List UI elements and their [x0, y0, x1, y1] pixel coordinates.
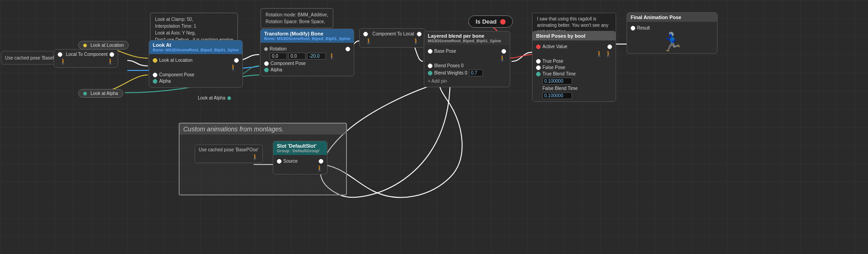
- person-icon-3: 🚶: [107, 58, 114, 65]
- transform-bone-header: Transform (Modify) Bone Bone: MS3DSceneR…: [261, 29, 354, 43]
- local-to-component-node: Local To Component 🚶 🚶: [54, 49, 118, 68]
- comment-label: Custom animations from montages.: [180, 124, 346, 134]
- rotation-z-input[interactable]: [307, 53, 326, 60]
- look-at-bone: Bone: MS3DSceneRoot_Biped_Bip01_Spine: [153, 48, 239, 52]
- rotation-tooltip: Rotation mode: BMM_Additive,Rotation Spa…: [261, 8, 333, 28]
- bp-true-time-label: True Blend Time: [542, 71, 576, 76]
- ltc-output-pin: [110, 52, 114, 57]
- lb-out: [502, 49, 506, 54]
- slot-group: Group: 'DefaultGroup': [277, 149, 323, 153]
- bp-false-time-label: False Blend Time: [542, 86, 577, 91]
- alpha-pin-bubble: [83, 92, 87, 95]
- person-icon-slot: 🚶: [316, 165, 323, 172]
- bp-active-label: Active Value: [542, 44, 567, 49]
- blend-poses-node: Blend Poses by bool Active Value 🚶 🚶 Tru…: [532, 31, 616, 102]
- tb-comp-label: Component Pose: [271, 61, 306, 66]
- blend-poses-title: Blend Poses by bool: [536, 33, 612, 39]
- is-dead-label: Is Dead: [476, 18, 497, 25]
- false-blend-input[interactable]: [542, 92, 572, 99]
- ctl-in: [363, 32, 368, 36]
- person-icon-bp2: 🚶: [605, 50, 612, 57]
- rotation-tooltip-text: Rotation mode: BMM_Additive,Rotation Spa…: [266, 11, 328, 25]
- bp-false-in: [536, 65, 541, 70]
- person-icon-lb: 🚶: [499, 55, 506, 62]
- final-pose-title: Final Animation Pose: [631, 15, 713, 20]
- rotation-y-input[interactable]: [288, 53, 306, 60]
- person-icon-tb: 🚶: [328, 53, 336, 60]
- lat-comp-pin: [153, 73, 157, 77]
- look-at-location-label: Look at Location: [90, 43, 124, 48]
- look-at-header: Look At Bone: MS3DSceneRoot_Biped_Bip01_…: [149, 40, 242, 54]
- layered-blend-title: Layered blend per bone: [428, 33, 506, 39]
- lb-weight-label: Blend Weights 0: [434, 70, 467, 75]
- slot-node: Slot 'DefaultSlot' Group: 'DefaultGroup'…: [273, 141, 327, 174]
- look-at-title: Look At: [153, 42, 239, 48]
- lat-out-pin: [234, 58, 239, 63]
- fp-result-label: Result: [637, 25, 650, 30]
- is-dead-dot: [500, 19, 506, 25]
- tb-exec-in: [264, 47, 268, 51]
- lat-alpha-label: Alpha: [159, 79, 171, 84]
- component-to-local-label: Component To Local: [372, 31, 414, 36]
- fp-result-in: [631, 26, 635, 30]
- ltc-input-pin: [58, 52, 62, 57]
- layered-blend-bone: MS3DSceneRoot_Biped_Bip01_Spine: [428, 39, 506, 43]
- bp-true-in: [536, 59, 541, 64]
- tb-alpha-label: Alpha: [271, 67, 282, 72]
- final-pose-node: Final Animation Pose Result 🏃: [627, 12, 717, 54]
- person-icon-2: 🚶: [60, 58, 67, 65]
- bp-false-label: False Pose: [542, 65, 565, 70]
- rotation-x-input[interactable]: [270, 53, 287, 60]
- tb-out-pin: [346, 47, 350, 51]
- slot-title: Slot 'DefaultSlot': [277, 143, 323, 149]
- bp-true-time-pin: [536, 72, 541, 76]
- bp-active-in: [536, 45, 541, 49]
- add-pin-button[interactable]: + Add pin: [428, 78, 506, 85]
- lb-base-label: Base Pose: [434, 49, 456, 54]
- lb-blend-in: [428, 64, 432, 68]
- tooltip-line-1: Look at Clamp: 50, Interpolation Time: 1…: [155, 16, 233, 43]
- layered-blend-node: Layered blend per bone MS3DSceneRoot_Bip…: [424, 31, 510, 87]
- lat-location-pin: [153, 58, 157, 63]
- slot-source-in: [277, 159, 281, 164]
- layered-blend-header: Layered blend per bone MS3DSceneRoot_Bip…: [424, 31, 510, 45]
- blend-poses-header: Blend Poses by bool: [532, 31, 616, 40]
- location-pin: [83, 44, 87, 47]
- person-icon-uc2: 🚶: [251, 154, 259, 160]
- tb-alpha-in: [264, 68, 269, 72]
- person-icon-lat: 🚶: [230, 64, 237, 71]
- slot-header: Slot 'DefaultSlot' Group: 'DefaultGroup': [273, 141, 327, 155]
- running-figure-icon: 🏃: [661, 33, 683, 51]
- person-icon-bp1: 🚶: [596, 50, 603, 57]
- slot-source-label: Source: [283, 159, 298, 164]
- slot-out: [319, 159, 323, 164]
- final-pose-header: Final Animation Pose: [627, 13, 717, 22]
- lat-location-label: Look at Location: [159, 58, 192, 63]
- lb-blend-label: Blend Poses 0: [434, 63, 464, 68]
- blend-weight-input[interactable]: [469, 70, 483, 76]
- true-blend-input[interactable]: [542, 78, 572, 85]
- look-at-location-bubble: Look at Location: [78, 41, 129, 50]
- bp-out: [607, 45, 612, 49]
- add-pin-label: + Add pin: [428, 79, 447, 84]
- local-to-component-label: Local To Component: [66, 52, 108, 57]
- lat-alpha-pin: [153, 79, 157, 84]
- look-at-alpha-bubble: Look at Alpha: [78, 89, 123, 98]
- alpha-bottom-pin: [227, 96, 231, 100]
- component-to-local-node: Component To Local 🚶 🚶: [359, 28, 426, 48]
- ctl-out: [417, 32, 421, 36]
- lat-comp-label: Component Pose: [159, 72, 194, 77]
- transform-bone-title: Transform (Modify) Bone: [264, 31, 350, 36]
- person-icon-ctl2: 🚶: [412, 38, 420, 45]
- look-at-alpha-bottom-label: Look at Alpha: [198, 95, 226, 100]
- is-dead-node: Is Dead: [468, 15, 513, 28]
- tb-comp-in: [264, 61, 269, 66]
- lb-weight-in: [428, 71, 432, 75]
- rotation-label: Rotation: [270, 46, 286, 51]
- look-at-alpha-bottom: Look at Alpha: [198, 95, 233, 100]
- transform-bone-node: Transform (Modify) Bone Bone: MS3DSceneR…: [260, 29, 354, 76]
- bp-true-label: True Pose: [542, 59, 563, 64]
- look-at-node: Look At Bone: MS3DSceneRoot_Biped_Bip01_…: [149, 40, 243, 88]
- use-cached-pose-node-2: Use cached pose 'BasePOse' 🚶: [195, 144, 263, 163]
- transform-bone-bone: Bone: MS3DSceneRoot_Biped_Bip01_Spine: [264, 36, 350, 41]
